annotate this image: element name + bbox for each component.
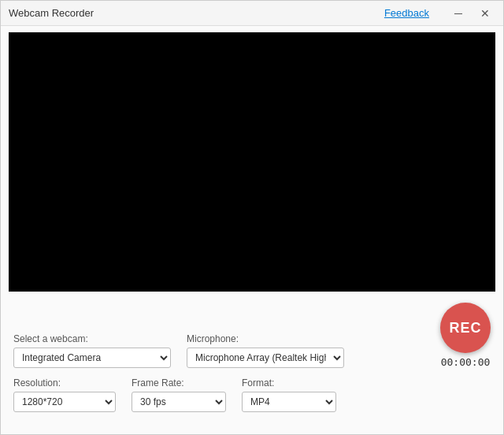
close-icon: ✕ [480,7,490,20]
bottom-controls-row: Resolution: 1280*720 Frame Rate: 30 fps … [13,377,491,412]
rec-section: REC 00:00:00 [440,303,491,368]
title-bar-controls: Feedback ─ ✕ [384,3,495,24]
feedback-link[interactable]: Feedback [384,7,429,19]
framerate-label: Frame Rate: [132,377,226,389]
microphone-label: Microphone: [187,333,344,344]
rec-timer: 00:00:00 [441,356,491,368]
webcam-group: Select a webcam: Integrated Camera [13,333,171,368]
format-select[interactable]: MP4 [242,392,336,412]
rec-button[interactable]: REC [440,303,491,353]
resolution-group: Resolution: 1280*720 [13,377,116,412]
resolution-select[interactable]: 1280*720 [13,392,116,412]
title-bar: Webcam Recorder Feedback ─ ✕ [1,1,503,26]
resolution-label: Resolution: [13,377,116,389]
webcam-label: Select a webcam: [13,333,171,344]
controls-area: Select a webcam: Integrated Camera Micro… [1,295,503,434]
window-title: Webcam Recorder [9,7,384,19]
webcam-select[interactable]: Integrated Camera [13,348,171,368]
minimize-button[interactable]: ─ [448,3,469,24]
minimize-icon: ─ [454,7,462,20]
microphone-select[interactable]: Microphone Array (Realtek High Def [187,348,344,368]
close-button[interactable]: ✕ [475,3,495,24]
microphone-group: Microphone: Microphone Array (Realtek Hi… [187,333,344,368]
video-preview [9,32,495,292]
format-label: Format: [242,377,336,389]
framerate-group: Frame Rate: 30 fps [132,377,226,412]
rec-label: REC [449,320,481,336]
format-group: Format: MP4 [242,377,336,412]
app-window: Webcam Recorder Feedback ─ ✕ Select a we… [0,0,504,435]
framerate-select[interactable]: 30 fps [132,392,226,412]
top-controls-row: Select a webcam: Integrated Camera Micro… [13,303,491,368]
